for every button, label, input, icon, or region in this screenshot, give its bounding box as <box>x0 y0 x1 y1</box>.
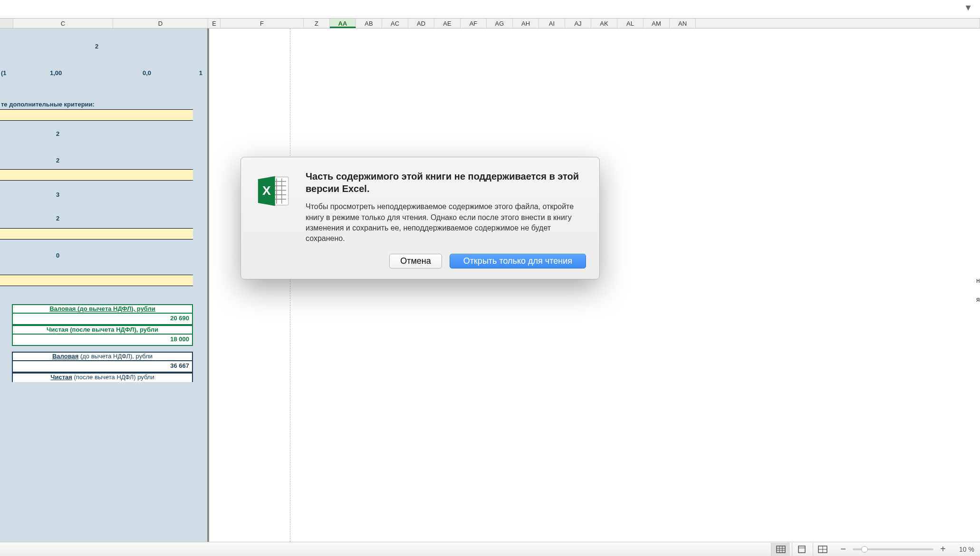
green-gross-value[interactable]: 20 690 <box>12 314 193 325</box>
column-header-d[interactable]: D <box>113 19 208 28</box>
column-header-an[interactable]: AN <box>670 19 696 28</box>
open-readonly-button[interactable]: Открыть только для чтения <box>450 254 586 268</box>
blue-net-label[interactable]: Чистая (после вычета НДФЛ) рубли <box>12 373 193 382</box>
cell-e-1[interactable]: 1 <box>199 69 202 77</box>
column-header-aa[interactable]: AA <box>330 19 356 28</box>
column-header-am[interactable]: AM <box>644 19 670 28</box>
svg-rect-10 <box>777 546 785 553</box>
worksheet-area[interactable]: 2 (1 1,00 0,0 1 те дополнительные критер… <box>0 29 980 542</box>
svg-text:X: X <box>262 183 271 198</box>
yellow-row-1[interactable] <box>0 109 193 121</box>
yellow-row-4[interactable] <box>0 275 193 286</box>
page-break-view-button[interactable] <box>813 543 832 556</box>
blue-gross-label[interactable]: Валовая (до вычета НДФЛ), рубли <box>12 352 193 361</box>
yellow-row-2[interactable] <box>0 169 193 181</box>
yellow-row-3[interactable] <box>0 228 193 240</box>
column-header-fill <box>696 19 980 28</box>
cell-c-3[interactable]: 2 <box>56 157 59 164</box>
right-cutoff-text: н я <box>976 57 980 527</box>
column-header-ak[interactable]: AK <box>591 19 617 28</box>
blue-net-rest: (после вычета НДФЛ) рубли <box>72 374 154 381</box>
column-header-c[interactable]: C <box>13 19 113 28</box>
zoom-in-button[interactable]: + <box>938 544 948 555</box>
normal-view-button[interactable] <box>771 543 790 556</box>
column-header-ag[interactable]: AG <box>487 19 513 28</box>
green-net-value[interactable]: 18 000 <box>12 335 193 346</box>
compatibility-dialog: X Часть содержимого этой книги не поддер… <box>240 157 600 279</box>
cell-c-5[interactable]: 2 <box>56 215 59 222</box>
additional-criteria-label: те дополнительные критерии: <box>1 101 95 108</box>
green-net-label[interactable]: Чистая (после вычета НДФЛ), рубли <box>12 325 193 335</box>
column-header-lead[interactable] <box>0 19 13 28</box>
column-header-ad[interactable]: AD <box>408 19 434 28</box>
cell-d-1[interactable]: 0,0 <box>143 69 151 77</box>
excel-icon: X <box>254 171 295 268</box>
column-header-ah[interactable]: AH <box>513 19 539 28</box>
dialog-body: Чтобы просмотреть неподдерживаемое содер… <box>306 201 586 244</box>
zoom-out-button[interactable]: − <box>838 544 848 555</box>
column-header-ae[interactable]: AE <box>434 19 461 28</box>
green-gross-label[interactable]: Валовая (до вычета НДФЛ), рубли <box>12 304 193 314</box>
zoom-percent-label[interactable]: 10 % <box>952 546 974 553</box>
cell-c-1[interactable]: 1,00 <box>50 69 62 77</box>
status-bar: − + 10 % <box>0 542 980 556</box>
blue-gross-rest: (до вычета НДФЛ), рубли <box>78 353 153 360</box>
svg-rect-15 <box>798 546 805 553</box>
column-header-f[interactable]: F <box>221 19 304 28</box>
column-header-z[interactable]: Z <box>304 19 330 28</box>
blue-gross-prefix: Валовая <box>52 353 78 360</box>
page-break-indicator <box>290 29 290 542</box>
column-header-af[interactable]: AF <box>461 19 487 28</box>
zoom-slider-thumb[interactable] <box>861 546 868 553</box>
cell-c-top[interactable]: 2 <box>95 43 98 50</box>
blue-gross-value[interactable]: 36 667 <box>12 361 193 373</box>
cell-c-2[interactable]: 2 <box>56 130 59 137</box>
cell-c-6[interactable]: 0 <box>56 252 59 259</box>
column-header-row: CDEFZAAABACADAEAFAGAHAIAJAKALAMAN <box>0 18 980 29</box>
cell-a-prefix[interactable]: (1 <box>1 69 7 77</box>
cell-c-4[interactable]: 3 <box>56 191 59 198</box>
ribbon-collapse-icon[interactable]: ▼ <box>964 3 972 13</box>
zoom-slider[interactable] <box>853 548 933 550</box>
dialog-title: Часть содержимого этой книги не поддержи… <box>306 171 586 195</box>
column-header-al[interactable]: AL <box>617 19 644 28</box>
column-header-ai[interactable]: AI <box>539 19 565 28</box>
blue-net-prefix: Чистая <box>50 374 72 381</box>
column-header-aj[interactable]: AJ <box>565 19 591 28</box>
cancel-button[interactable]: Отмена <box>389 254 442 268</box>
column-header-ac[interactable]: AC <box>382 19 408 28</box>
page-layout-view-button[interactable] <box>792 543 811 556</box>
column-header-e[interactable]: E <box>208 19 221 28</box>
column-header-ab[interactable]: AB <box>356 19 382 28</box>
left-pane[interactable]: 2 (1 1,00 0,0 1 те дополнительные критер… <box>0 29 209 542</box>
